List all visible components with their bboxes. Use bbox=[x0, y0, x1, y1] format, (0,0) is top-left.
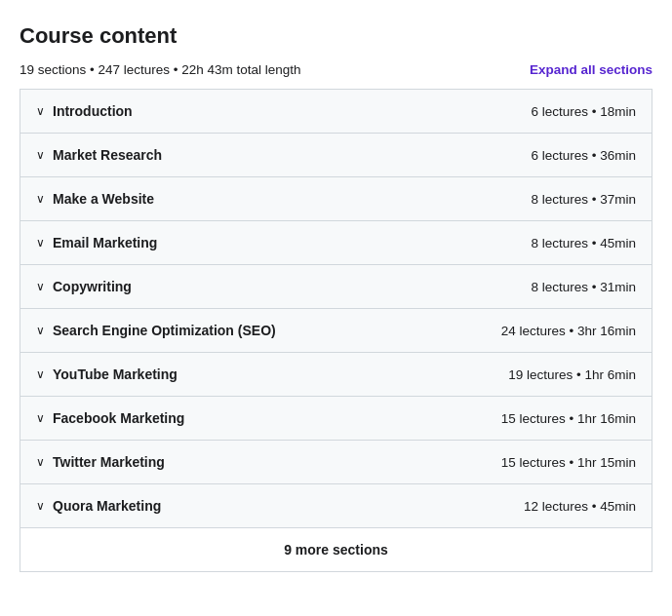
section-row[interactable]: ∨YouTube Marketing19 lectures • 1hr 6min bbox=[20, 353, 652, 397]
section-left: ∨Introduction bbox=[36, 103, 531, 119]
section-meta: 8 lectures • 45min bbox=[531, 236, 636, 250]
more-sections-button[interactable]: 9 more sections bbox=[20, 528, 652, 572]
chevron-down-icon: ∨ bbox=[36, 104, 45, 118]
section-meta: 6 lectures • 36min bbox=[531, 148, 636, 163]
section-title: Market Research bbox=[53, 147, 162, 163]
chevron-down-icon: ∨ bbox=[36, 280, 45, 293]
section-title: Twitter Marketing bbox=[53, 454, 165, 470]
section-left: ∨Market Research bbox=[36, 147, 531, 163]
section-left: ∨Make a Website bbox=[36, 191, 531, 207]
section-meta: 24 lectures • 3hr 16min bbox=[501, 324, 636, 338]
section-left: ∨Copywriting bbox=[36, 279, 531, 294]
section-title: Copywriting bbox=[53, 279, 132, 294]
section-row[interactable]: ∨Introduction6 lectures • 18min bbox=[20, 90, 652, 134]
chevron-down-icon: ∨ bbox=[36, 411, 45, 425]
section-title: Make a Website bbox=[53, 191, 154, 207]
chevron-down-icon: ∨ bbox=[36, 499, 45, 513]
section-row[interactable]: ∨Email Marketing8 lectures • 45min bbox=[20, 221, 652, 265]
section-row[interactable]: ∨Search Engine Optimization (SEO)24 lect… bbox=[20, 309, 652, 353]
chevron-down-icon: ∨ bbox=[36, 324, 45, 337]
section-row[interactable]: ∨Twitter Marketing15 lectures • 1hr 15mi… bbox=[20, 441, 652, 484]
section-title: YouTube Marketing bbox=[53, 366, 178, 382]
section-title: Introduction bbox=[53, 103, 133, 119]
section-meta: 8 lectures • 37min bbox=[531, 192, 636, 207]
section-row[interactable]: ∨Quora Marketing12 lectures • 45min bbox=[20, 484, 652, 527]
chevron-down-icon: ∨ bbox=[36, 192, 45, 206]
section-title: Email Marketing bbox=[53, 235, 157, 250]
section-meta: 6 lectures • 18min bbox=[531, 104, 636, 119]
section-meta: 8 lectures • 31min bbox=[531, 280, 636, 294]
sections-list: ∨Introduction6 lectures • 18min∨Market R… bbox=[20, 89, 652, 528]
chevron-down-icon: ∨ bbox=[36, 455, 45, 469]
page-title: Course content bbox=[20, 23, 652, 49]
section-row[interactable]: ∨Make a Website8 lectures • 37min bbox=[20, 177, 652, 221]
expand-all-button[interactable]: Expand all sections bbox=[530, 62, 652, 77]
chevron-down-icon: ∨ bbox=[36, 236, 45, 250]
chevron-down-icon: ∨ bbox=[36, 148, 45, 162]
section-row[interactable]: ∨Copywriting8 lectures • 31min bbox=[20, 265, 652, 309]
section-meta: 19 lectures • 1hr 6min bbox=[508, 367, 636, 382]
section-title: Facebook Marketing bbox=[53, 410, 184, 426]
section-meta: 12 lectures • 45min bbox=[524, 499, 636, 514]
section-meta: 15 lectures • 1hr 15min bbox=[501, 455, 636, 470]
section-left: ∨Search Engine Optimization (SEO) bbox=[36, 323, 501, 338]
section-title: Quora Marketing bbox=[53, 498, 161, 514]
chevron-down-icon: ∨ bbox=[36, 367, 45, 381]
section-left: ∨Quora Marketing bbox=[36, 498, 524, 514]
section-left: ∨Facebook Marketing bbox=[36, 410, 501, 426]
course-summary: 19 sections • 247 lectures • 22h 43m tot… bbox=[20, 62, 301, 77]
section-left: ∨YouTube Marketing bbox=[36, 366, 508, 382]
section-row[interactable]: ∨Facebook Marketing15 lectures • 1hr 16m… bbox=[20, 397, 652, 441]
section-left: ∨Twitter Marketing bbox=[36, 454, 501, 470]
section-left: ∨Email Marketing bbox=[36, 235, 531, 250]
section-meta: 15 lectures • 1hr 16min bbox=[501, 411, 636, 426]
section-title: Search Engine Optimization (SEO) bbox=[53, 323, 276, 338]
section-row[interactable]: ∨Market Research6 lectures • 36min bbox=[20, 134, 652, 177]
summary-bar: 19 sections • 247 lectures • 22h 43m tot… bbox=[20, 62, 652, 77]
